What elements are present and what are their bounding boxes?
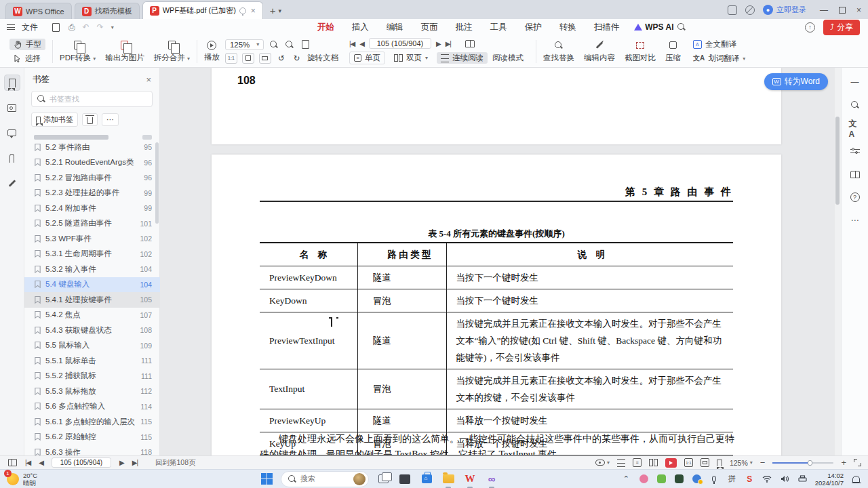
- compress-button[interactable]: 压缩: [665, 40, 681, 63]
- tab-active-pdf[interactable]: P WPF基础.pdf (已加密) ×: [142, 1, 263, 19]
- workspace-icon[interactable]: [728, 5, 737, 15]
- ribbon-tab-开始[interactable]: 开始: [317, 22, 334, 33]
- status-page-input[interactable]: [52, 458, 111, 468]
- tip-bulb-icon[interactable]: [239, 7, 246, 14]
- translate-tool-icon[interactable]: 文A: [849, 122, 861, 134]
- single-page-button[interactable]: ≡单页: [349, 52, 385, 64]
- read-mode-book-icon[interactable]: [465, 40, 475, 47]
- edit-content-button[interactable]: 编辑内容: [584, 40, 615, 63]
- select-tool-button[interactable]: 选择: [9, 53, 45, 64]
- microsoft-store-button[interactable]: [419, 472, 434, 487]
- dark-green-app-icon[interactable]: [674, 474, 684, 484]
- settings-sliders-icon[interactable]: [849, 145, 861, 157]
- skin-settings-icon[interactable]: [745, 5, 755, 15]
- sogou-s-icon[interactable]: S: [745, 474, 755, 484]
- next-page-icon[interactable]: ▶: [119, 459, 124, 466]
- bookmark-item[interactable]: 5.2.2 冒泡路由事件96: [24, 170, 160, 186]
- play-button[interactable]: 播放: [204, 41, 220, 62]
- bookmark-search-box[interactable]: [31, 91, 153, 107]
- weather-widget[interactable]: 1 20°C晴朗: [0, 472, 142, 487]
- snapshot-compare-button[interactable]: 截图对比: [625, 40, 656, 63]
- toggle-sidebar-icon[interactable]: [8, 459, 17, 466]
- ribbon-tab-工具[interactable]: 工具: [490, 22, 507, 33]
- document-viewport[interactable]: 108 第 5 章 路 由 事 件 表 5-4 所有元素的键盘事件(按顺序) 名…: [160, 68, 835, 455]
- maximize-button[interactable]: [839, 7, 846, 14]
- continuous-read-button[interactable]: 连续阅读: [437, 52, 488, 64]
- view-visibility-button[interactable]: ▾: [595, 460, 610, 466]
- fit-width-icon[interactable]: [259, 53, 271, 64]
- bookmark-item[interactable]: 5.3.2 输入事件104: [24, 262, 160, 277]
- bookmark-item[interactable]: 5.4 键盘输入104: [24, 277, 160, 293]
- file-explorer-button[interactable]: [441, 472, 456, 487]
- green-app-icon[interactable]: [656, 474, 667, 484]
- zoom-in-icon[interactable]: [284, 39, 295, 50]
- split-merge-button[interactable]: 拆分合并 ▾: [154, 40, 190, 63]
- double-page-view-icon[interactable]: [649, 459, 658, 466]
- bookmarks-panel-toggle[interactable]: [4, 75, 20, 91]
- zoom-slider[interactable]: [772, 462, 833, 464]
- ribbon-tab-批注[interactable]: 批注: [456, 22, 473, 33]
- volume-icon[interactable]: [780, 474, 790, 484]
- close-tab-icon[interactable]: ×: [251, 6, 256, 16]
- bookmark-item[interactable]: 5.2 事件路由95: [24, 140, 160, 155]
- login-button[interactable]: ● 立即登录: [763, 5, 806, 15]
- fullscreen-icon[interactable]: [854, 459, 861, 466]
- clock-widget[interactable]: 14:02 2024/10/7: [815, 472, 844, 487]
- bookmark-item[interactable]: 5.6 多点触控输入114: [24, 399, 160, 415]
- ribbon-tab-编辑[interactable]: 编辑: [387, 22, 403, 33]
- collapse-handle-icon[interactable]: —: [849, 76, 861, 88]
- bookmark-item[interactable]: 5.2.1 RoutedEventArgs类96: [24, 155, 160, 171]
- bookmark-item[interactable]: 5.2.4 附加事件99: [24, 201, 160, 216]
- task-view-button[interactable]: [376, 472, 391, 487]
- file-menu[interactable]: 文件: [22, 22, 38, 33]
- bookmark-item-partial[interactable]: [24, 133, 160, 140]
- hidden-icons-chevron[interactable]: ⌃: [621, 474, 631, 484]
- print-icon[interactable]: ⎙: [68, 22, 75, 32]
- bookmark-search-input[interactable]: [50, 95, 138, 103]
- bookmark-item[interactable]: 5.5 鼠标输入109: [24, 338, 160, 354]
- flower-app-icon[interactable]: [639, 474, 649, 484]
- bookmark-status-icon[interactable]: [717, 460, 722, 466]
- new-window-icon[interactable]: [300, 39, 311, 50]
- tab-docer-template[interactable]: D 找稻壳模板: [75, 3, 140, 19]
- reading-book-icon[interactable]: [849, 168, 861, 180]
- signature-panel-toggle[interactable]: [4, 175, 20, 191]
- microphone-icon[interactable]: [709, 474, 719, 484]
- more-tools-icon[interactable]: ⋯: [849, 214, 861, 226]
- pdf-convert-button[interactable]: PDF转换 ▾: [60, 40, 96, 63]
- tab-list-chevron-icon[interactable]: ▾: [279, 7, 282, 14]
- ribbon-tab-保护[interactable]: 保护: [525, 22, 542, 33]
- fit-window-icon[interactable]: [701, 458, 709, 467]
- bookmark-item[interactable]: 5.4.1 处理按键事件105: [24, 292, 160, 308]
- bookmark-item[interactable]: 5.5.1 鼠标单击111: [24, 353, 160, 369]
- taskbar-search[interactable]: 搜索: [281, 471, 369, 487]
- printer-device-icon[interactable]: [797, 474, 808, 484]
- full-translate-button[interactable]: A 全文翻译: [689, 39, 749, 50]
- close-panel-icon[interactable]: ×: [146, 75, 151, 85]
- attachments-panel-toggle[interactable]: [4, 150, 20, 166]
- minimize-button[interactable]: —: [820, 5, 828, 15]
- comments-panel-toggle[interactable]: [4, 125, 20, 141]
- rotate-left-icon[interactable]: ↺: [276, 53, 287, 64]
- add-bookmark-button[interactable]: 添加书签: [31, 113, 78, 127]
- export-image-button[interactable]: 输出为图片: [105, 40, 144, 63]
- convert-to-word-button[interactable]: W 转为Word: [764, 73, 828, 90]
- more-bookmark-actions-button[interactable]: ⋯: [102, 113, 119, 126]
- bookmark-item[interactable]: 5.2.3 处理挂起的事件99: [24, 186, 160, 201]
- help-icon[interactable]: ?: [849, 191, 861, 203]
- tab-wps-home[interactable]: W WPS Office: [5, 3, 72, 19]
- wifi-icon[interactable]: [762, 474, 772, 484]
- last-page-icon[interactable]: ▶|: [446, 40, 451, 47]
- bookmark-item[interactable]: 5.4.3 获取键盘状态108: [24, 323, 160, 338]
- ime-icon[interactable]: 拼: [727, 474, 737, 484]
- bookmark-item[interactable]: 5.6.2 原始触控115: [24, 430, 160, 445]
- last-page-icon[interactable]: ▶|: [132, 459, 138, 466]
- ribbon-tab-扫描件[interactable]: 扫描件: [594, 22, 620, 33]
- double-page-button[interactable]: 双页▾: [390, 52, 432, 64]
- blue-status-icon[interactable]: [692, 474, 702, 484]
- scrollbar-thumb[interactable]: [835, 117, 840, 205]
- share-button[interactable]: ⤴ 分享: [823, 20, 860, 35]
- rotate-doc-label[interactable]: 旋转文档: [307, 53, 338, 63]
- bookmark-item[interactable]: 5.4.2 焦点107: [24, 308, 160, 323]
- rotate-right-icon[interactable]: ↻: [292, 53, 302, 64]
